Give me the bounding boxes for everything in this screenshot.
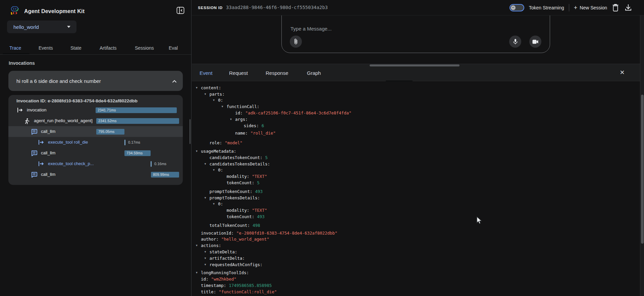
trace-span-call_llm[interactable]: call_llm809.99ms (8, 169, 183, 180)
expand-toggle-icon[interactable]: ▼ (222, 105, 223, 108)
json-value: "e-2808fd10-6383-4754-8de4-632af8022dbb" (236, 231, 337, 236)
json-line: timestamp:1749586585.858985 (192, 282, 640, 289)
json-line: tokenCount:493 (192, 213, 640, 220)
plus-icon: + (574, 5, 578, 10)
detail-tab-event[interactable]: Event (200, 68, 212, 78)
json-value: "TEXT" (252, 174, 267, 179)
expand-toggle-icon[interactable]: ▼ (213, 168, 215, 171)
mouse-cursor (477, 216, 482, 226)
expand-toggle-icon[interactable]: ▼ (196, 86, 198, 89)
sidebar: Agent Development Kit hello_world TraceE… (0, 0, 192, 296)
expand-toggle-icon[interactable]: ▼ (205, 250, 206, 253)
session-id-value: 33aad288-9846-46f6-980d-cf555034a2b3 (226, 5, 328, 10)
json-line: invocationId:"e-2808fd10-6383-4754-8de4-… (192, 230, 640, 236)
attach-file-button[interactable] (290, 36, 302, 48)
json-line: ▼longRunningToolIds: (192, 270, 640, 276)
expand-toggle-icon[interactable]: ▼ (230, 118, 232, 121)
video-button[interactable] (529, 36, 541, 48)
span-duration-label: 0.16ms (154, 162, 166, 166)
detail-tab-bar: EventRequestResponseGraph ✕ (192, 64, 640, 81)
expand-toggle-icon[interactable]: ▼ (213, 99, 215, 102)
agent-select-value: hello_world (13, 24, 39, 30)
download-icon (625, 4, 632, 12)
sidebar-tab-events[interactable]: Events (39, 43, 53, 54)
expand-toggle-icon[interactable]: ▼ (213, 202, 215, 205)
json-line: author:"hello_world_agent" (192, 236, 640, 243)
agent-select-dropdown[interactable]: hello_world (7, 20, 76, 33)
json-key: role: (210, 140, 222, 145)
close-icon[interactable]: ✕ (618, 68, 627, 77)
json-value: 498 (253, 223, 260, 228)
json-key: 0: (218, 98, 223, 103)
json-value: 1749586585.858985 (229, 283, 272, 288)
sidebar-tab-state[interactable]: State (70, 43, 82, 54)
json-line: ▼candidatesTokensDetails: (192, 161, 640, 167)
json-key: parts: (210, 92, 225, 97)
detail-tab-response[interactable]: Response (266, 68, 288, 78)
trace-span-execute_tool[interactable]: execute_tool roll_die0.17ms (8, 137, 183, 148)
app-title: Agent Development Kit (24, 8, 85, 14)
json-key: id: (235, 110, 243, 115)
tab-divider (0, 54, 191, 55)
new-session-button[interactable]: + New Session (574, 5, 607, 10)
json-line: ▼requestedAuthConfigs: (192, 261, 640, 268)
json-line: name:"roll_die" (192, 130, 640, 137)
trace-span-call_llm[interactable]: call_llm795.05ms (8, 126, 183, 137)
span-duration-bar: 2341.52ms (96, 118, 179, 124)
invocation-accordion-header[interactable]: hi roll a 6 side dice and check number (8, 71, 183, 91)
json-key: candidatesTokenCount: (210, 155, 263, 160)
trace-span-call_llm[interactable]: call_llm734.59ms (8, 148, 183, 158)
expand-toggle-icon[interactable]: ▼ (205, 257, 206, 260)
sidebar-scrollbar[interactable] (190, 119, 191, 144)
invocation-id-heading: Invocation ID: e-2808fd10-6383-4754-8de4… (16, 98, 138, 103)
json-line: modality:"TEXT" (192, 173, 640, 180)
token-streaming-toggle[interactable]: − (509, 4, 524, 11)
json-line: id:"wmZhkbed" (192, 276, 640, 282)
expand-toggle-icon[interactable]: ▼ (196, 244, 198, 247)
json-line: ▼content: (192, 85, 640, 91)
expand-toggle-icon[interactable]: ▼ (196, 271, 198, 274)
enter-arrow-icon (17, 107, 23, 113)
chat-bubble-icon (31, 172, 37, 177)
json-key: longRunningToolIds: (201, 270, 249, 275)
json-value: 6 (262, 123, 264, 128)
sidebar-tab-trace[interactable]: Trace (9, 43, 21, 54)
horizontal-scrollbar[interactable] (370, 64, 460, 66)
trace-span-agent_run[interactable]: agent_run [hello_world_agent]2341.52ms (8, 115, 183, 126)
span-duration-bar (124, 140, 125, 145)
json-key: name: (235, 131, 248, 136)
chevron-up-icon[interactable] (172, 78, 177, 84)
expand-toggle-icon[interactable]: ▼ (205, 93, 206, 96)
sidebar-tab-artifacts[interactable]: Artifacts (100, 43, 117, 54)
json-line: ▼promptTokensDetails: (192, 195, 640, 201)
json-value: "roll_die" (251, 131, 276, 136)
paperclip-icon (293, 39, 299, 45)
json-line: promptTokenCount:493 (192, 188, 640, 195)
json-key: stateDelta: (210, 249, 237, 254)
collapse-sidebar-icon[interactable] (176, 7, 184, 14)
microphone-button[interactable] (509, 36, 521, 48)
expand-toggle-icon[interactable]: ▼ (196, 150, 198, 153)
detail-tab-request[interactable]: Request (229, 68, 248, 78)
sidebar-tab-eval[interactable]: Eval (169, 43, 178, 54)
export-session-button[interactable] (625, 4, 633, 12)
span-label: execute_tool check_p... (48, 161, 94, 166)
json-line: totalTokenCount:498 (192, 222, 640, 229)
sidebar-tab-sessions[interactable]: Sessions (135, 43, 154, 54)
detail-tab-graph[interactable]: Graph (307, 68, 321, 78)
trace-span-invocation[interactable]: invocation2341.71ms (8, 105, 183, 115)
expand-toggle-icon[interactable]: ▼ (205, 162, 206, 165)
json-key: candidatesTokensDetails: (210, 161, 270, 166)
session-id-label: SESSION ID (198, 6, 223, 10)
vertical-scrollbar-thumb[interactable] (641, 95, 644, 244)
toggle-knob-icon: − (511, 5, 516, 10)
json-line: ▼functionCall: (192, 103, 640, 110)
trace-span-execute_tool[interactable]: execute_tool check_p...0.16ms (8, 158, 183, 169)
message-input[interactable]: Type a Message... (290, 26, 332, 32)
expand-toggle-icon[interactable]: ▼ (205, 196, 206, 199)
json-line: ▼parts: (192, 91, 640, 97)
delete-session-button[interactable] (612, 4, 620, 12)
enter-arrow-icon (38, 161, 44, 166)
video-camera-icon (532, 40, 538, 44)
expand-toggle-icon[interactable]: ▼ (205, 263, 206, 266)
